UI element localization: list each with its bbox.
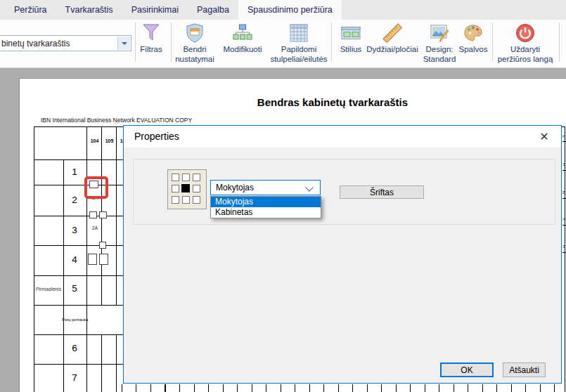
extra-columns-rows-button[interactable]: Papildomi stulpeliai/eilutės — [264, 22, 334, 64]
tab-spausdinimo-perziura[interactable]: Spausdinimo peržiūra — [238, 0, 342, 20]
lesson-cell[interactable] — [99, 211, 107, 218]
palette-icon — [456, 22, 491, 44]
pattern-center-filled — [181, 184, 190, 192]
power-close-icon — [494, 22, 557, 44]
tab-pasirinkimai[interactable]: Pasirinkimai — [122, 0, 188, 20]
edge-text-fragment: 3 — [562, 244, 566, 249]
period-number: 4 — [64, 254, 85, 265]
design-picture-icon — [418, 22, 461, 44]
edge-text-fragment: A — [562, 217, 566, 221]
ruler-icon — [361, 22, 424, 44]
cell-pattern-preview — [167, 169, 207, 209]
filter-icon — [129, 22, 173, 44]
tab-tvarkarastis[interactable]: Tvarkaraštis — [56, 0, 122, 20]
edge-text-fragment: p — [562, 133, 566, 138]
edge-text-fragment: B — [562, 190, 566, 195]
lesson-cell[interactable] — [88, 254, 97, 265]
sizes-widths-button[interactable]: Dydžiai/pločiai — [361, 22, 424, 55]
cancel-button[interactable]: Atšaukti — [503, 362, 546, 377]
app-window: Peržiūra Tvarkaraštis Pasirinkimai Pagal… — [0, 0, 566, 392]
chevron-down-icon — [122, 42, 127, 45]
group-separator — [492, 22, 493, 62]
lesson-cell[interactable] — [89, 211, 97, 218]
menu-bar: Peržiūra Tvarkaraštis Pasirinkimai Pagal… — [0, 0, 566, 20]
design-button[interactable]: Design: Standard — [418, 22, 461, 64]
grid-columns-icon — [264, 22, 334, 44]
option-mokytojas[interactable]: Mokytojas — [211, 197, 321, 207]
period-number: 1 — [64, 166, 85, 177]
shield-settings-icon — [172, 22, 218, 44]
colors-button[interactable]: Spalvos — [456, 22, 491, 55]
edge-text-fragment: 3 — [562, 162, 566, 166]
lunch-break-label: Pietų pertrauka — [62, 318, 88, 322]
close-icon[interactable]: ✕ — [536, 129, 553, 145]
dialog-title: Properties — [134, 131, 179, 142]
period-number: 3 — [64, 225, 85, 235]
field-type-value: Mokytojas — [216, 183, 254, 192]
lesson-cell[interactable] — [99, 242, 106, 249]
modify-button[interactable]: Modifikuoti — [218, 22, 267, 55]
column-header: 104 — [87, 138, 102, 143]
lesson-cell[interactable] — [99, 254, 108, 265]
chevron-down-icon — [305, 183, 313, 191]
schedule-selector-value: binetų tvarkaraštis — [1, 39, 70, 48]
day-label: Pirmadienis — [35, 287, 62, 292]
class-cell-label: 2A — [89, 226, 101, 230]
schedule-selector-dropdown[interactable]: binetų tvarkaraštis — [0, 35, 131, 51]
table-column-lines — [122, 384, 566, 392]
close-preview-button[interactable]: Uždaryti peržiūros langą — [494, 22, 557, 64]
org-chart-icon — [218, 22, 267, 44]
column-header: 105 — [102, 138, 117, 143]
font-button[interactable]: Šriftas — [340, 185, 424, 199]
option-kabinetas[interactable]: Kabinetas — [211, 207, 321, 218]
selected-cell-highlight — [84, 176, 108, 199]
filter-button[interactable]: Filtras — [129, 22, 173, 55]
general-settings-button[interactable]: Bendri nustatymai — [172, 22, 218, 64]
field-type-options-list: Mokytojas Kabinetas — [210, 196, 321, 218]
properties-dialog: Properties ✕ Mokytojas Mokytojas Kabinet… — [123, 125, 562, 384]
period-number: 6 — [64, 343, 85, 353]
period-number: 5 — [64, 283, 85, 294]
ok-button[interactable]: OK — [440, 362, 494, 377]
period-number: 2 — [64, 195, 85, 205]
field-type-dropdown[interactable]: Mokytojas — [210, 180, 321, 195]
tab-pagalba[interactable]: Pagalba — [188, 0, 238, 20]
period-number: 7 — [64, 372, 85, 383]
ribbon-toolbar: binetų tvarkaraštis Filtras — [0, 20, 566, 68]
group-separator — [559, 22, 560, 62]
dialog-titlebar[interactable]: Properties ✕ — [124, 126, 561, 148]
tab-perziura[interactable]: Peržiūra — [5, 0, 56, 20]
